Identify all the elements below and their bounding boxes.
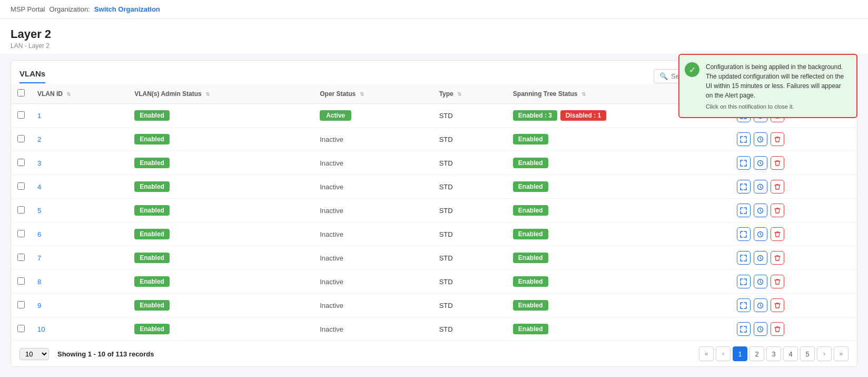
expand-btn-6[interactable] [737,227,751,241]
type-8: STD [433,270,507,294]
row-checkbox-7[interactable] [17,254,25,261]
vlan-id-6[interactable]: 6 [37,230,41,238]
vlan-id-8[interactable]: 8 [37,278,41,286]
table-row: 5EnabledInactiveSTDEnabled [11,199,857,223]
expand-btn-10[interactable] [737,322,751,336]
oper-status-filter-icon[interactable]: ⇅ [360,91,364,97]
delete-btn-5[interactable] [771,204,784,217]
admin-status-badge-8: Enabled [134,276,170,287]
delete-btn-9[interactable] [771,298,784,312]
notification-message: Configuration is being applied in the ba… [706,62,848,100]
select-all-checkbox[interactable] [17,89,25,96]
expand-btn-9[interactable] [737,298,751,312]
row-checkbox-1[interactable] [17,111,25,119]
actions-cell-2 [737,132,851,146]
actions-cell-6 [737,227,851,241]
card-footer: 102550100 Showing 1 - 10 of 113 records … [11,341,857,366]
spanning-badge: Enabled [513,205,548,216]
delete-btn-8[interactable] [771,275,784,288]
breadcrumb: LAN - Layer 2 [11,42,857,50]
expand-btn-2[interactable] [737,132,751,146]
expand-btn-7[interactable] [737,251,751,265]
vlan-id-filter-icon[interactable]: ⇅ [66,91,71,97]
vlan-id-2[interactable]: 2 [37,136,41,143]
type-5: STD [433,199,507,223]
row-checkbox-8[interactable] [17,277,25,285]
vlan-id-5[interactable]: 5 [37,207,41,215]
expand-btn-8[interactable] [737,275,751,288]
schedule-btn-5[interactable] [754,204,767,217]
row-checkbox-3[interactable] [17,159,25,166]
row-checkbox-5[interactable] [17,206,25,214]
actions-cell-8 [737,275,851,288]
expand-btn-5[interactable] [737,204,751,217]
records-info: Showing 1 - 10 of 113 records [57,350,154,358]
spanning-filter-icon[interactable]: ⇅ [581,91,586,97]
oper-status-10: Inactive [320,325,343,333]
admin-status-filter-icon[interactable]: ⇅ [205,91,210,97]
row-checkbox-10[interactable] [17,325,25,332]
oper-status-5: Inactive [320,207,343,215]
vlans-table: VLAN ID ⇅ VLAN(s) Admin Status ⇅ Oper St… [11,84,857,341]
vlan-id-3[interactable]: 3 [37,159,41,167]
vlan-id-4[interactable]: 4 [37,183,41,191]
spanning-cell-7: Enabled [513,253,724,263]
delete-btn-10[interactable] [771,322,784,336]
spanning-badge: Enabled [513,134,548,144]
row-checkbox-9[interactable] [17,301,25,308]
admin-status-badge-7: Enabled [134,253,170,263]
schedule-btn-7[interactable] [754,251,767,265]
row-checkbox-2[interactable] [17,135,25,142]
col-type: Type [439,90,453,98]
vlan-id-10[interactable]: 10 [37,325,45,333]
switch-org-link[interactable]: Switch Organization [94,5,160,13]
page-btn-4[interactable]: 4 [783,346,798,361]
admin-status-badge-5: Enabled [134,205,170,216]
schedule-btn-3[interactable] [754,156,767,170]
col-vlan-id: VLAN ID [37,90,63,98]
type-filter-icon[interactable]: ⇅ [457,91,461,97]
delete-btn-2[interactable] [771,132,784,146]
admin-status-badge-6: Enabled [134,229,170,239]
table-row: 7EnabledInactiveSTDEnabled [11,246,857,270]
next-page-btn[interactable]: › [817,346,832,361]
vlan-id-1[interactable]: 1 [37,112,41,120]
pagination: «‹12345›» [699,346,849,361]
expand-btn-4[interactable] [737,180,751,194]
type-6: STD [433,223,507,246]
delete-btn-3[interactable] [771,156,784,170]
row-checkbox-6[interactable] [17,230,25,237]
oper-status-6: Inactive [320,230,343,238]
schedule-btn-6[interactable] [754,227,767,241]
page-btn-1[interactable]: 1 [733,346,747,361]
row-checkbox-4[interactable] [17,182,25,190]
schedule-btn-9[interactable] [754,298,767,312]
page-btn-5[interactable]: 5 [800,346,815,361]
actions-cell-9 [737,298,851,312]
schedule-btn-10[interactable] [754,322,767,336]
schedule-btn-8[interactable] [754,275,767,288]
first-page-btn[interactable]: « [699,346,714,361]
table-row: 2EnabledInactiveSTDEnabled [11,128,857,151]
delete-btn-4[interactable] [771,180,784,194]
page-btn-2[interactable]: 2 [749,346,764,361]
page-btn-3[interactable]: 3 [766,346,781,361]
delete-btn-7[interactable] [771,251,784,265]
last-page-btn[interactable]: » [834,346,849,361]
expand-btn-3[interactable] [737,156,751,170]
vlan-id-7[interactable]: 7 [37,254,41,262]
prev-page-btn[interactable]: ‹ [716,346,731,361]
per-page-select[interactable]: 102550100 [19,348,49,360]
page-header: Layer 2 LAN - Layer 2 [0,19,868,54]
spanning-badge: Enabled : 3 [513,110,557,121]
schedule-btn-4[interactable] [754,180,767,194]
delete-btn-6[interactable] [771,227,784,241]
oper-status-9: Inactive [320,302,343,310]
vlans-title: VLANs [19,69,45,83]
type-10: STD [433,317,507,341]
notification-banner[interactable]: ✓ Configuration is being applied in the … [678,54,857,118]
vlan-id-9[interactable]: 9 [37,302,41,310]
table-row: 8EnabledInactiveSTDEnabled [11,270,857,294]
schedule-btn-2[interactable] [754,132,767,146]
top-bar: MSP Portal Organization: Switch Organiza… [0,0,868,19]
